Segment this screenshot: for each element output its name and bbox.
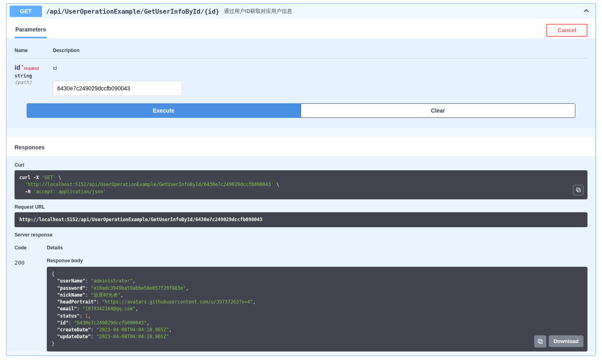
svg-rect-1 [576, 188, 579, 191]
download-button[interactable]: Download [549, 335, 583, 347]
response-code: 200 [15, 258, 47, 266]
param-in: (path) [15, 79, 53, 85]
required-label: required [24, 66, 39, 71]
endpoint-summary: 通过用户ID获取对应用户信息 [224, 8, 292, 15]
required-star-icon: * [21, 64, 23, 69]
execute-button[interactable]: Execute [27, 103, 301, 118]
copy-response-icon[interactable] [534, 335, 546, 347]
param-description: id [53, 65, 587, 71]
tabs-row: Parameters Cancel [6, 19, 596, 39]
param-id-input[interactable] [53, 81, 182, 96]
request-url-codeblock: http://localhost:5152/api/UserOperationE… [15, 212, 587, 227]
svg-rect-0 [577, 189, 581, 192]
request-url-label: Request URL [15, 204, 587, 210]
response-body-label: Response body [47, 258, 587, 264]
param-name: id [15, 64, 20, 71]
curl-label: Curl [15, 162, 587, 168]
col-name: Name [15, 48, 53, 53]
param-row: id*required string (path) id [15, 59, 587, 98]
cancel-button[interactable]: Cancel [546, 24, 587, 37]
svg-rect-2 [539, 340, 542, 343]
curl-codeblock: curl -X 'GET' \ 'http://localhost:5152/a… [15, 170, 587, 199]
response-row: 200 Response body { "userName": "adminis… [15, 254, 587, 351]
chevron-up-icon[interactable] [583, 7, 590, 16]
operation-block-get: GET /api/UserOperationExample/GetUserInf… [6, 3, 596, 356]
param-table-header: Name Description [15, 43, 587, 59]
param-type: string [15, 73, 53, 79]
endpoint-path: /api/UserOperationExample/GetUserInfoByI… [46, 8, 219, 15]
col-details: Details [47, 245, 587, 251]
col-description: Description [53, 48, 587, 53]
copy-curl-icon[interactable] [573, 185, 583, 195]
operation-header[interactable]: GET /api/UserOperationExample/GetUserInf… [6, 4, 596, 19]
response-table-header: Code Details [15, 240, 587, 254]
clear-button[interactable]: Clear [301, 103, 575, 118]
response-body-codeblock: { "userName": "administrator", "password… [47, 267, 587, 351]
method-badge: GET [10, 6, 42, 17]
parameters-area: Name Description id*required string (pat… [6, 39, 596, 128]
responses-title: Responses [6, 136, 596, 157]
col-code: Code [15, 245, 47, 251]
svg-rect-3 [538, 339, 541, 342]
tab-parameters[interactable]: Parameters [15, 22, 47, 38]
server-response-label: Server response [15, 232, 587, 238]
